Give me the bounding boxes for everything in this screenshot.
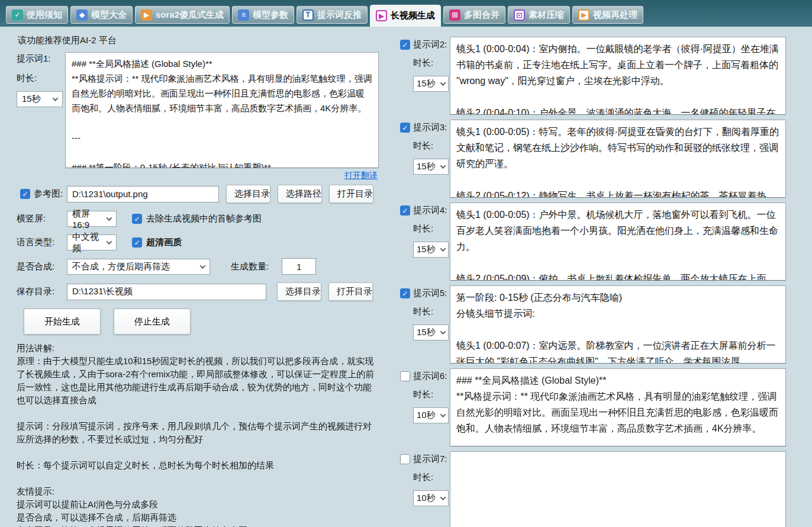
prompt1-label: 提示词1: <box>17 53 65 65</box>
orientation-select[interactable]: 横屏 16:9 <box>67 211 117 227</box>
tab-label: 多图合并 <box>464 9 500 21</box>
open-translate-link[interactable]: 打开翻译 <box>344 171 378 180</box>
prompt4-textarea[interactable] <box>450 203 786 281</box>
duration-value: 15秒 <box>417 327 436 338</box>
orientation-label: 横竖屏: <box>17 213 46 224</box>
prompt3-checkbox[interactable] <box>400 123 410 133</box>
tab-label: 模型大全 <box>91 9 127 21</box>
tab-sora2-easy-gen[interactable]: ▶ sora2傻瓜式生成 <box>135 6 230 24</box>
duration-label: 时长: <box>413 389 450 400</box>
compose-select[interactable]: 不合成，方便后期再筛选 <box>67 259 210 275</box>
duration-value: 15秒 <box>417 244 436 255</box>
merge-images-icon: ⊞ <box>449 9 460 21</box>
prompt2-duration-select[interactable]: 15秒 <box>413 76 449 92</box>
tab-model-params[interactable]: ≡ 模型参数 <box>232 6 294 24</box>
main-content: 该功能推荐使用AI-2 平台 提示词1: 时长: 15秒 打开翻译 参考图: <box>0 27 812 527</box>
prompt4-checkbox[interactable] <box>400 205 410 216</box>
prompt7-block: 提示词7: 时长: 10秒 <box>400 451 786 527</box>
stop-generate-button[interactable]: 停止生成 <box>114 309 191 335</box>
prompt5-block: 提示词5: 时长: 15秒 <box>400 285 786 364</box>
tab-label: 长视频生成 <box>391 10 435 21</box>
prompt-reverse-icon: T <box>302 9 314 21</box>
prompt6-checkbox[interactable] <box>400 371 410 381</box>
left-panel: 该功能推荐使用AI-2 平台 提示词1: 时长: 15秒 打开翻译 参考图: <box>0 27 384 527</box>
prompt4-block: 提示词4: 时长: 15秒 <box>400 203 786 281</box>
prompt3-duration-select[interactable]: 15秒 <box>413 159 449 175</box>
prompt2-label: 提示词2: <box>413 39 447 50</box>
tab-video-reprocess[interactable]: ▶ 视频再处理 <box>572 6 643 24</box>
prompt7-duration-select[interactable]: 10秒 <box>413 490 449 506</box>
prompt7-textarea[interactable] <box>450 451 786 527</box>
right-panel: 提示词2: 时长: 15秒 提示词3: 时长: 15秒 <box>384 27 812 527</box>
notice-icon: ✓ <box>12 9 23 21</box>
tab-label: 模型参数 <box>253 9 288 21</box>
select-path-button[interactable]: 选择路径 <box>278 185 322 203</box>
prompt1-textarea[interactable] <box>65 52 379 168</box>
save-dir-label: 保存目录: <box>17 286 54 297</box>
prompt5-label: 提示词5: <box>413 288 447 299</box>
tab-label: 视频再处理 <box>593 9 637 21</box>
chevron-down-icon <box>440 329 446 335</box>
tab-model-list[interactable]: ◆ 模型大全 <box>70 6 133 24</box>
compose-label: 是否合成: <box>17 261 54 272</box>
save-dir-input[interactable] <box>67 284 266 300</box>
tab-multi-image-merge[interactable]: ⊞ 多图合并 <box>443 6 505 24</box>
prompt6-label: 提示词6: <box>413 371 447 382</box>
save-open-dir-button[interactable]: 打开目录 <box>328 282 373 301</box>
hd-quality-checkbox[interactable] <box>132 237 142 248</box>
compress-icon: ⊡ <box>514 9 525 21</box>
prompt5-checkbox[interactable] <box>400 288 410 298</box>
prompt6-block: 提示词6: 时长: 10秒 <box>400 368 786 446</box>
compose-value: 不合成，方便后期再筛选 <box>72 261 170 272</box>
select-dir-button[interactable]: 选择目录 <box>226 185 270 203</box>
usage-help-text: 用法讲解: 原理：由于大模型只能生成10和15秒固定时长的视频，所以我们可以把多… <box>17 342 379 527</box>
prompt7-label: 提示词7: <box>413 454 447 465</box>
chevron-down-icon <box>440 80 446 86</box>
language-value: 中文视频 <box>72 232 107 254</box>
duration-label: 时长: <box>413 140 450 152</box>
prompt6-duration-select[interactable]: 10秒 <box>413 407 449 423</box>
save-select-dir-button[interactable]: 选择目录 <box>277 282 321 301</box>
tab-label: sora2傻瓜式生成 <box>156 9 224 21</box>
tab-prompt-reverse[interactable]: T 提示词反推 <box>297 6 368 24</box>
prompt2-textarea[interactable] <box>450 37 786 115</box>
duration-value: 15秒 <box>22 94 41 105</box>
long-video-icon: ▶ <box>376 10 387 21</box>
orientation-value: 横屏 16:9 <box>72 208 107 230</box>
reference-image-checkbox[interactable] <box>20 189 30 199</box>
prompt4-duration-select[interactable]: 15秒 <box>413 242 449 258</box>
chevron-down-icon <box>53 95 59 101</box>
start-generate-button[interactable]: 开始生成 <box>24 309 101 335</box>
reference-image-path-input[interactable] <box>67 186 219 203</box>
tab-material-compress[interactable]: ⊡ 素材压缩 <box>508 6 570 24</box>
tab-long-video-gen[interactable]: ▶ 长视频生成 <box>370 5 441 27</box>
chevron-down-icon <box>440 412 446 417</box>
prompt5-duration-select[interactable]: 15秒 <box>413 324 449 340</box>
duration-value: 15秒 <box>417 78 436 89</box>
hd-quality-label: 超清画质 <box>146 237 182 248</box>
duration-label: 时长: <box>17 73 65 84</box>
prompt3-block: 提示词3: 时长: 15秒 <box>400 120 786 198</box>
chevron-down-icon <box>440 246 446 252</box>
models-icon: ◆ <box>76 9 88 21</box>
platform-note: 该功能推荐使用AI-2 平台 <box>18 35 379 46</box>
prompt3-textarea[interactable] <box>450 120 786 198</box>
language-select[interactable]: 中文视频 <box>67 234 117 250</box>
remove-first-frame-checkbox[interactable] <box>132 214 142 224</box>
reprocess-icon: ▶ <box>578 9 589 21</box>
prompt2-checkbox[interactable] <box>400 40 410 50</box>
prompt6-textarea[interactable] <box>450 368 786 446</box>
generate-count-input[interactable] <box>282 258 316 275</box>
sora2-icon: ▶ <box>141 9 152 21</box>
tab-label: 提示词反推 <box>317 9 362 21</box>
reference-image-label: 参考图: <box>34 188 63 200</box>
open-dir-button[interactable]: 打开目录 <box>329 185 373 203</box>
duration-label: 时长: <box>413 223 450 234</box>
prompt7-checkbox[interactable] <box>400 454 410 464</box>
duration-label: 时长: <box>413 306 450 317</box>
remove-first-frame-label: 去除生成视频中的首帧参考图 <box>146 213 262 224</box>
prompt1-duration-select[interactable]: 15秒 <box>17 91 63 107</box>
chevron-down-icon <box>440 494 446 500</box>
prompt5-textarea[interactable] <box>450 285 786 364</box>
tab-usage-notice[interactable]: ✓ 使用须知 <box>6 6 68 24</box>
